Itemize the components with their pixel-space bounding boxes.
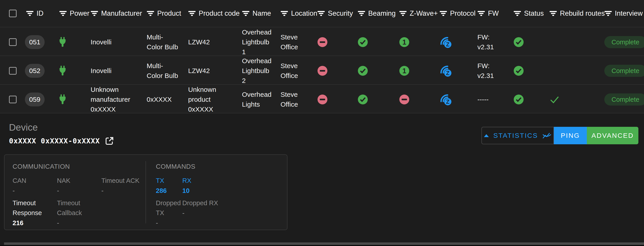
column-header-label: Interview: [615, 8, 643, 18]
cell-power: [49, 37, 83, 47]
column-header-manufacturer[interactable]: Manufacturer: [83, 8, 139, 18]
filter-variant-icon[interactable]: [242, 10, 250, 16]
fw-version: FW: v2.31: [478, 61, 507, 81]
statistics-button[interactable]: STATISTICS: [482, 127, 554, 144]
cell-text: Overhead Lightbulb 1: [242, 27, 272, 57]
column-header-power[interactable]: Power: [49, 8, 83, 18]
column-header-zwave_plus[interactable]: Z-Wave+: [395, 8, 435, 18]
stat-value: -: [57, 186, 101, 196]
horizontal-scrollbar[interactable]: [0, 243, 644, 245]
minus-circle-icon: [317, 66, 328, 76]
page-title: Device: [9, 122, 114, 133]
cell-security: [313, 94, 353, 105]
cell-text: Unknown product 0xXXXX: [188, 85, 232, 114]
stat-dropped-rx: Dropped RX-: [182, 198, 287, 228]
column-header-protocol[interactable]: Protocol: [435, 8, 472, 18]
row-select-cell: [0, 38, 22, 46]
filter-variant-icon[interactable]: [399, 10, 407, 16]
stat-can: CAN-: [12, 176, 57, 196]
column-header-rebuild_routes[interactable]: Rebuild routes: [545, 8, 600, 18]
table-row-node-052[interactable]: 052InovelliMulti-Color BulbLZW42Overhead…: [0, 56, 644, 85]
filter-variant-icon[interactable]: [26, 10, 34, 16]
stat-timeout-callback: Timeout Callback-: [57, 198, 101, 228]
stat-nak: NAK-: [57, 176, 101, 196]
filter-variant-icon[interactable]: [514, 10, 521, 16]
cell-fw: FW: v2.31: [472, 32, 509, 52]
column-header-interview[interactable]: Interview: [600, 8, 644, 18]
cell-zwave_plus: 1: [395, 37, 435, 47]
minus-circle-icon: [317, 37, 328, 47]
column-header-security[interactable]: Security: [313, 8, 353, 18]
filter-variant-icon[interactable]: [478, 10, 485, 16]
ping-button[interactable]: PING: [554, 127, 587, 144]
table-row-node-051[interactable]: 051InovelliMulti-Color BulbLZW42Overhead…: [0, 27, 644, 56]
check-circle-icon: [514, 37, 524, 47]
filter-variant-icon[interactable]: [59, 10, 67, 16]
fw-version: -----: [478, 95, 488, 104]
cell-beaming: [353, 66, 395, 76]
cell-power: [49, 94, 83, 105]
advanced-button[interactable]: ADVANCED: [587, 127, 638, 144]
fw-version: FW: v2.31: [478, 32, 507, 52]
scrollbar-thumb[interactable]: [4, 243, 644, 245]
row-checkbox[interactable]: [9, 67, 16, 75]
svg-text:Z: Z: [446, 41, 449, 47]
row-checkbox[interactable]: [9, 38, 16, 46]
table-body: 051InovelliMulti-Color BulbLZW42Overhead…: [0, 27, 644, 113]
triangle-up-icon: [484, 134, 489, 137]
zwave-signal-icon: Z: [440, 64, 452, 77]
cell-status: [509, 66, 545, 76]
commands-section: COMMANDS TX286RX10Dropped TX-Dropped RX-: [146, 155, 287, 230]
cell-power: [49, 66, 83, 76]
zwave-signal-icon: Z: [440, 36, 452, 49]
cell-status: [509, 94, 545, 105]
cell-rebuild-routes: [545, 95, 600, 104]
plug-icon: [59, 66, 66, 76]
column-header-name[interactable]: Name: [234, 8, 273, 18]
column-header-fw[interactable]: FW: [472, 8, 509, 18]
cell-id: 052: [22, 64, 49, 78]
filter-variant-icon[interactable]: [549, 10, 557, 16]
multiline-chart-icon: [542, 132, 552, 139]
panel-divider: [146, 161, 146, 223]
stat-label: Timeout Response: [12, 198, 57, 218]
filter-variant-icon[interactable]: [280, 10, 288, 16]
device-action-buttons: STATISTICS PING ADVANCED: [482, 127, 638, 144]
row-checkbox[interactable]: [9, 96, 16, 103]
stat-rx: RX10: [182, 176, 287, 196]
table-row-node-059[interactable]: 059Unknown manufacturer 0xXXXX0xXXXXUnkn…: [0, 85, 644, 113]
filter-variant-icon[interactable]: [604, 10, 612, 16]
cell-interview: Complete: [600, 36, 644, 48]
stat-label: Dropped TX: [156, 198, 182, 218]
cell-text: LZW42: [188, 37, 210, 47]
select-all-checkbox[interactable]: [9, 10, 16, 17]
column-header-location[interactable]: Location: [273, 8, 313, 18]
filter-variant-icon[interactable]: [317, 10, 325, 16]
filter-variant-icon[interactable]: [188, 10, 196, 16]
filter-variant-icon[interactable]: [440, 10, 447, 16]
open-in-new-icon[interactable]: [105, 136, 114, 146]
column-header-status[interactable]: Status: [509, 8, 545, 18]
cell-protocol: Z: [435, 93, 472, 106]
minus-circle-icon: [317, 94, 328, 105]
cell-fw: FW: v2.31: [472, 61, 509, 81]
column-header-product[interactable]: Product: [139, 8, 180, 18]
cell-zwave_plus: [395, 94, 435, 105]
row-select-cell: [0, 96, 22, 103]
plug-icon: [59, 37, 66, 47]
cell-location: Steve Office: [273, 32, 313, 52]
check-circle-icon: [514, 66, 524, 76]
column-header-label: Product code: [199, 8, 240, 18]
cell-text: Steve Office: [280, 32, 310, 52]
communication-section-title: COMMUNICATION: [12, 163, 146, 170]
cell-name: Overhead Lightbulb 2: [234, 56, 273, 86]
cell-location: Steve Office: [273, 90, 313, 109]
column-header-beaming[interactable]: Beaming: [353, 8, 395, 18]
filter-variant-icon[interactable]: [147, 10, 154, 16]
filter-variant-icon[interactable]: [358, 10, 365, 16]
column-header-id[interactable]: ID: [22, 8, 49, 18]
stat-value: -: [182, 208, 287, 218]
column-header-product_code[interactable]: Product code: [180, 8, 234, 18]
cell-text: Multi-Color Bulb: [147, 32, 178, 52]
filter-variant-icon[interactable]: [90, 10, 98, 16]
